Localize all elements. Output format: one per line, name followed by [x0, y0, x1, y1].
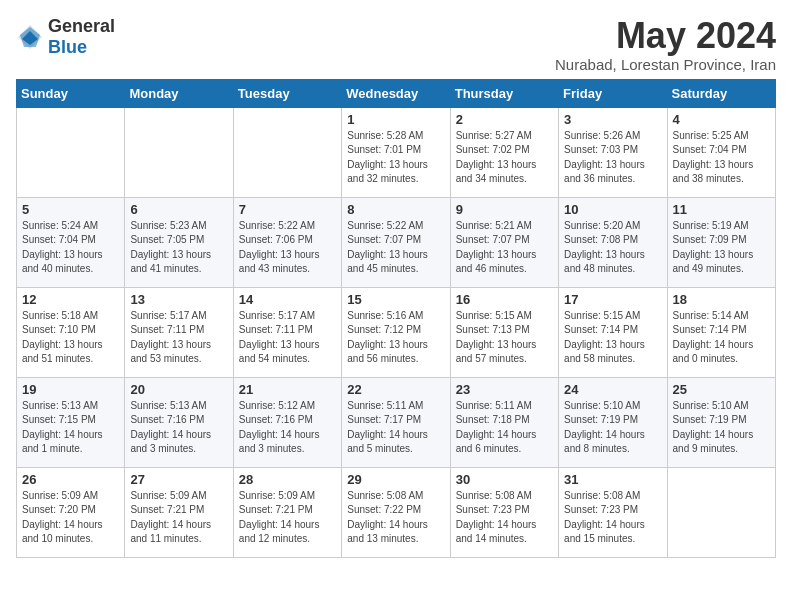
day-info: Sunrise: 5:21 AMSunset: 7:07 PMDaylight:…: [456, 219, 553, 277]
day-number: 25: [673, 382, 770, 397]
day-info: Sunrise: 5:23 AMSunset: 7:05 PMDaylight:…: [130, 219, 227, 277]
calendar-cell: 17 Sunrise: 5:15 AMSunset: 7:14 PMDaylig…: [559, 287, 667, 377]
title-block: May 2024 Nurabad, Lorestan Province, Ira…: [555, 16, 776, 73]
calendar-cell: 5 Sunrise: 5:24 AMSunset: 7:04 PMDayligh…: [17, 197, 125, 287]
day-number: 5: [22, 202, 119, 217]
weekday-header-monday: Monday: [125, 79, 233, 107]
day-info: Sunrise: 5:26 AMSunset: 7:03 PMDaylight:…: [564, 129, 661, 187]
day-info: Sunrise: 5:14 AMSunset: 7:14 PMDaylight:…: [673, 309, 770, 367]
day-number: 30: [456, 472, 553, 487]
day-number: 11: [673, 202, 770, 217]
day-info: Sunrise: 5:17 AMSunset: 7:11 PMDaylight:…: [239, 309, 336, 367]
weekday-header-row: SundayMondayTuesdayWednesdayThursdayFrid…: [17, 79, 776, 107]
day-info: Sunrise: 5:13 AMSunset: 7:15 PMDaylight:…: [22, 399, 119, 457]
day-info: Sunrise: 5:09 AMSunset: 7:20 PMDaylight:…: [22, 489, 119, 547]
day-info: Sunrise: 5:09 AMSunset: 7:21 PMDaylight:…: [239, 489, 336, 547]
calendar-cell: 1 Sunrise: 5:28 AMSunset: 7:01 PMDayligh…: [342, 107, 450, 197]
calendar-cell: [667, 467, 775, 557]
day-info: Sunrise: 5:15 AMSunset: 7:13 PMDaylight:…: [456, 309, 553, 367]
calendar-cell: [125, 107, 233, 197]
calendar-cell: 30 Sunrise: 5:08 AMSunset: 7:23 PMDaylig…: [450, 467, 558, 557]
day-info: Sunrise: 5:19 AMSunset: 7:09 PMDaylight:…: [673, 219, 770, 277]
calendar-cell: 7 Sunrise: 5:22 AMSunset: 7:06 PMDayligh…: [233, 197, 341, 287]
logo-icon: [16, 23, 44, 51]
calendar-cell: 18 Sunrise: 5:14 AMSunset: 7:14 PMDaylig…: [667, 287, 775, 377]
logo-text: General Blue: [48, 16, 115, 58]
weekday-header-sunday: Sunday: [17, 79, 125, 107]
day-number: 1: [347, 112, 444, 127]
day-info: Sunrise: 5:22 AMSunset: 7:07 PMDaylight:…: [347, 219, 444, 277]
calendar-cell: 10 Sunrise: 5:20 AMSunset: 7:08 PMDaylig…: [559, 197, 667, 287]
day-number: 17: [564, 292, 661, 307]
day-info: Sunrise: 5:24 AMSunset: 7:04 PMDaylight:…: [22, 219, 119, 277]
day-info: Sunrise: 5:11 AMSunset: 7:18 PMDaylight:…: [456, 399, 553, 457]
calendar-cell: [233, 107, 341, 197]
day-number: 16: [456, 292, 553, 307]
calendar-cell: 2 Sunrise: 5:27 AMSunset: 7:02 PMDayligh…: [450, 107, 558, 197]
day-info: Sunrise: 5:13 AMSunset: 7:16 PMDaylight:…: [130, 399, 227, 457]
day-info: Sunrise: 5:08 AMSunset: 7:23 PMDaylight:…: [564, 489, 661, 547]
calendar-cell: [17, 107, 125, 197]
day-number: 24: [564, 382, 661, 397]
calendar-table: SundayMondayTuesdayWednesdayThursdayFrid…: [16, 79, 776, 558]
day-info: Sunrise: 5:16 AMSunset: 7:12 PMDaylight:…: [347, 309, 444, 367]
calendar-cell: 6 Sunrise: 5:23 AMSunset: 7:05 PMDayligh…: [125, 197, 233, 287]
calendar-cell: 27 Sunrise: 5:09 AMSunset: 7:21 PMDaylig…: [125, 467, 233, 557]
day-info: Sunrise: 5:08 AMSunset: 7:22 PMDaylight:…: [347, 489, 444, 547]
day-info: Sunrise: 5:28 AMSunset: 7:01 PMDaylight:…: [347, 129, 444, 187]
day-number: 13: [130, 292, 227, 307]
calendar-cell: 19 Sunrise: 5:13 AMSunset: 7:15 PMDaylig…: [17, 377, 125, 467]
page-header: General Blue May 2024 Nurabad, Lorestan …: [16, 16, 776, 73]
day-number: 9: [456, 202, 553, 217]
day-number: 12: [22, 292, 119, 307]
calendar-cell: 15 Sunrise: 5:16 AMSunset: 7:12 PMDaylig…: [342, 287, 450, 377]
day-number: 23: [456, 382, 553, 397]
calendar-week-row: 12 Sunrise: 5:18 AMSunset: 7:10 PMDaylig…: [17, 287, 776, 377]
day-number: 18: [673, 292, 770, 307]
logo: General Blue: [16, 16, 115, 58]
day-info: Sunrise: 5:20 AMSunset: 7:08 PMDaylight:…: [564, 219, 661, 277]
day-number: 7: [239, 202, 336, 217]
day-number: 3: [564, 112, 661, 127]
calendar-cell: 23 Sunrise: 5:11 AMSunset: 7:18 PMDaylig…: [450, 377, 558, 467]
calendar-week-row: 19 Sunrise: 5:13 AMSunset: 7:15 PMDaylig…: [17, 377, 776, 467]
day-info: Sunrise: 5:10 AMSunset: 7:19 PMDaylight:…: [564, 399, 661, 457]
weekday-header-friday: Friday: [559, 79, 667, 107]
calendar-cell: 26 Sunrise: 5:09 AMSunset: 7:20 PMDaylig…: [17, 467, 125, 557]
day-info: Sunrise: 5:12 AMSunset: 7:16 PMDaylight:…: [239, 399, 336, 457]
weekday-header-wednesday: Wednesday: [342, 79, 450, 107]
calendar-cell: 9 Sunrise: 5:21 AMSunset: 7:07 PMDayligh…: [450, 197, 558, 287]
day-number: 14: [239, 292, 336, 307]
calendar-cell: 4 Sunrise: 5:25 AMSunset: 7:04 PMDayligh…: [667, 107, 775, 197]
month-year-title: May 2024: [555, 16, 776, 56]
day-number: 4: [673, 112, 770, 127]
calendar-cell: 24 Sunrise: 5:10 AMSunset: 7:19 PMDaylig…: [559, 377, 667, 467]
logo-blue: Blue: [48, 37, 87, 57]
day-number: 28: [239, 472, 336, 487]
day-info: Sunrise: 5:18 AMSunset: 7:10 PMDaylight:…: [22, 309, 119, 367]
day-number: 6: [130, 202, 227, 217]
weekday-header-saturday: Saturday: [667, 79, 775, 107]
calendar-cell: 16 Sunrise: 5:15 AMSunset: 7:13 PMDaylig…: [450, 287, 558, 377]
calendar-cell: 21 Sunrise: 5:12 AMSunset: 7:16 PMDaylig…: [233, 377, 341, 467]
day-number: 22: [347, 382, 444, 397]
day-info: Sunrise: 5:22 AMSunset: 7:06 PMDaylight:…: [239, 219, 336, 277]
calendar-cell: 14 Sunrise: 5:17 AMSunset: 7:11 PMDaylig…: [233, 287, 341, 377]
calendar-cell: 31 Sunrise: 5:08 AMSunset: 7:23 PMDaylig…: [559, 467, 667, 557]
day-number: 19: [22, 382, 119, 397]
calendar-cell: 29 Sunrise: 5:08 AMSunset: 7:22 PMDaylig…: [342, 467, 450, 557]
calendar-cell: 22 Sunrise: 5:11 AMSunset: 7:17 PMDaylig…: [342, 377, 450, 467]
calendar-cell: 28 Sunrise: 5:09 AMSunset: 7:21 PMDaylig…: [233, 467, 341, 557]
logo-general: General: [48, 16, 115, 36]
day-number: 29: [347, 472, 444, 487]
day-number: 10: [564, 202, 661, 217]
day-number: 26: [22, 472, 119, 487]
calendar-week-row: 1 Sunrise: 5:28 AMSunset: 7:01 PMDayligh…: [17, 107, 776, 197]
day-info: Sunrise: 5:11 AMSunset: 7:17 PMDaylight:…: [347, 399, 444, 457]
day-number: 20: [130, 382, 227, 397]
day-info: Sunrise: 5:25 AMSunset: 7:04 PMDaylight:…: [673, 129, 770, 187]
calendar-cell: 12 Sunrise: 5:18 AMSunset: 7:10 PMDaylig…: [17, 287, 125, 377]
calendar-week-row: 26 Sunrise: 5:09 AMSunset: 7:20 PMDaylig…: [17, 467, 776, 557]
calendar-cell: 13 Sunrise: 5:17 AMSunset: 7:11 PMDaylig…: [125, 287, 233, 377]
day-info: Sunrise: 5:17 AMSunset: 7:11 PMDaylight:…: [130, 309, 227, 367]
